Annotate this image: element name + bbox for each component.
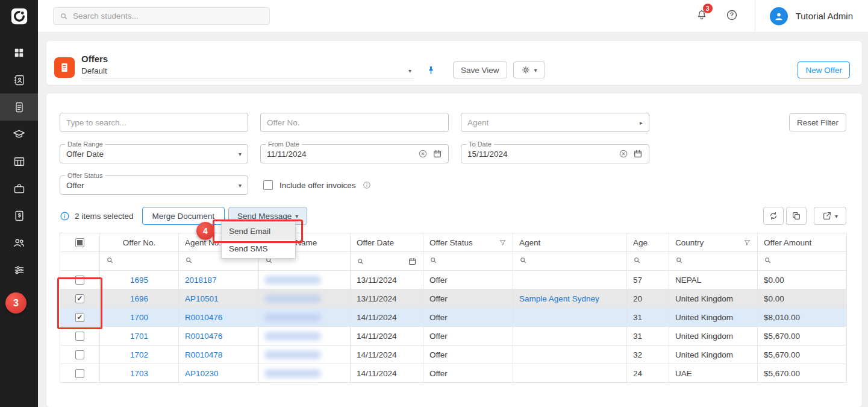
offer-status-cell: Offer <box>423 364 513 383</box>
global-search[interactable] <box>53 7 270 25</box>
row-checkbox[interactable] <box>75 276 84 285</box>
help-button[interactable] <box>726 9 738 23</box>
row-checkbox[interactable] <box>75 369 84 378</box>
clear-date-icon[interactable] <box>418 149 428 159</box>
column-search-icon[interactable] <box>429 256 437 264</box>
copy-button[interactable] <box>786 207 807 225</box>
view-settings-button[interactable]: ▾ <box>513 62 545 78</box>
column-search-icon[interactable] <box>675 256 683 264</box>
offer-status-cell: Offer <box>423 271 513 289</box>
sidebar-item-services[interactable] <box>0 175 38 202</box>
column-search-icon[interactable] <box>106 256 114 264</box>
offer-no-link[interactable]: 1702 <box>130 350 148 359</box>
table-row[interactable]: 1701 R0010476 14/11/2024 Offer 31 United… <box>60 327 847 345</box>
agent-no-link[interactable]: R0010476 <box>185 313 222 322</box>
user-icon <box>773 10 785 22</box>
table-row[interactable]: 1696 AP10501 13/11/2024 Offer Sample Age… <box>60 289 847 308</box>
sidebar-item-reports[interactable] <box>0 148 38 175</box>
column-search-icon[interactable] <box>633 256 641 264</box>
col-offer-no[interactable]: Offer No. <box>100 233 179 252</box>
topbar-divider <box>755 0 755 33</box>
sidebar-item-agents[interactable] <box>0 229 38 256</box>
table-row[interactable]: 1702 R0010478 14/11/2024 Offer 32 United… <box>60 345 847 364</box>
refresh-button[interactable] <box>763 207 784 225</box>
table-row[interactable]: 1703 AP10230 14/11/2024 Offer 24 UAE $5,… <box>60 364 847 383</box>
menu-item-send-sms[interactable]: Send SMS <box>222 240 295 257</box>
chevron-down-icon: ▾ <box>295 213 298 219</box>
column-search-icon[interactable] <box>519 256 527 264</box>
country-cell: NEPAL <box>669 271 758 289</box>
col-offer-date[interactable]: Offer Date <box>351 233 423 252</box>
sidebar-item-offers[interactable] <box>0 93 38 121</box>
date-range-value: Offer Date <box>66 150 104 159</box>
save-view-button[interactable]: Save View <box>453 62 507 78</box>
from-date-field[interactable]: From Date 11/11/2024 <box>260 144 449 163</box>
table-icon <box>13 156 25 168</box>
clear-date-icon[interactable] <box>619 149 628 159</box>
agent-no-link[interactable]: AP10501 <box>185 294 219 303</box>
type-to-search-input[interactable] <box>66 118 242 127</box>
age-cell: 24 <box>627 364 669 383</box>
user-menu[interactable]: Tutorial Admin <box>770 7 853 25</box>
student-name-redacted <box>265 351 320 359</box>
col-agent[interactable]: Agent <box>513 233 627 252</box>
include-offer-invoices-checkbox[interactable] <box>263 180 273 190</box>
reset-filter-button[interactable]: Reset Filter <box>789 113 846 131</box>
col-age[interactable]: Age <box>627 233 669 252</box>
offer-no-link[interactable]: 1701 <box>130 332 148 341</box>
row-checkbox[interactable] <box>75 350 84 359</box>
date-range-label: Date Range <box>65 140 105 148</box>
offer-status-field[interactable]: Offer Status Offer ▾ <box>60 175 248 195</box>
calendar-icon[interactable] <box>633 149 643 159</box>
col-country[interactable]: Country <box>669 233 758 252</box>
sidebar-item-dashboard[interactable] <box>0 39 38 66</box>
sidebar-item-settings[interactable] <box>0 256 38 283</box>
calendar-icon[interactable] <box>408 257 417 266</box>
sidebar-item-invoices[interactable] <box>0 202 38 229</box>
send-message-menu: Send Email Send SMS <box>221 221 296 259</box>
table-row[interactable]: 1695 2018187 13/11/2024 Offer 57 NEPAL $… <box>60 271 847 289</box>
view-selector[interactable]: Default ▾ <box>81 66 414 78</box>
info-icon <box>60 211 70 221</box>
agent-filter-field[interactable]: Agent ▸ <box>461 113 649 132</box>
agent-no-link[interactable]: 2018187 <box>185 276 217 285</box>
offer-no-field[interactable] <box>260 113 449 132</box>
offer-no-link[interactable]: 1696 <box>130 294 148 303</box>
row-checkbox[interactable] <box>75 332 84 341</box>
offer-no-link[interactable]: 1703 <box>130 369 148 378</box>
agent-no-link[interactable]: AP10230 <box>185 369 219 378</box>
column-search-icon[interactable] <box>357 257 364 265</box>
notifications-button[interactable]: 3 <box>696 9 708 23</box>
offer-no-link[interactable]: 1695 <box>130 276 148 285</box>
sidebar-item-courses[interactable] <box>0 121 38 148</box>
calendar-icon[interactable] <box>432 149 442 159</box>
col-offer-amount[interactable]: Offer Amount <box>758 233 847 252</box>
sidebar-item-contacts[interactable] <box>0 66 38 93</box>
agent-link[interactable]: Sample Agent Sydney <box>519 294 599 303</box>
search-input[interactable] <box>73 11 263 21</box>
row-checkbox[interactable] <box>75 294 84 303</box>
new-offer-button[interactable]: New Offer <box>798 62 850 78</box>
export-button[interactable]: ▾ <box>814 207 846 225</box>
type-to-search-field[interactable] <box>60 113 248 132</box>
column-search-icon[interactable] <box>185 256 193 264</box>
agent-no-link[interactable]: R0010478 <box>185 350 222 359</box>
offer-no-input[interactable] <box>267 118 442 127</box>
row-checkbox[interactable] <box>75 313 84 322</box>
agent-no-link[interactable]: R0010476 <box>185 332 222 341</box>
menu-item-send-email[interactable]: Send Email <box>222 222 295 240</box>
offer-no-link[interactable]: 1700 <box>130 313 148 322</box>
filter-funnel-icon[interactable] <box>743 239 751 247</box>
column-search-icon[interactable] <box>764 256 772 264</box>
chevron-down-icon: ▾ <box>239 151 242 157</box>
sidebar <box>0 0 38 407</box>
date-range-field[interactable]: Date Range Offer Date ▾ <box>60 144 248 163</box>
col-offer-status[interactable]: Offer Status <box>423 233 513 252</box>
to-date-field[interactable]: To Date 15/11/2024 <box>461 144 649 163</box>
filter-funnel-icon[interactable] <box>499 239 507 247</box>
app-logo[interactable] <box>10 7 28 27</box>
table-row[interactable]: 1700 R0010476 14/11/2024 Offer 31 United… <box>60 308 847 327</box>
pin-view-button[interactable] <box>426 65 436 77</box>
merge-document-button[interactable]: Merge Document <box>142 207 225 225</box>
select-all-checkbox[interactable] <box>75 238 84 247</box>
